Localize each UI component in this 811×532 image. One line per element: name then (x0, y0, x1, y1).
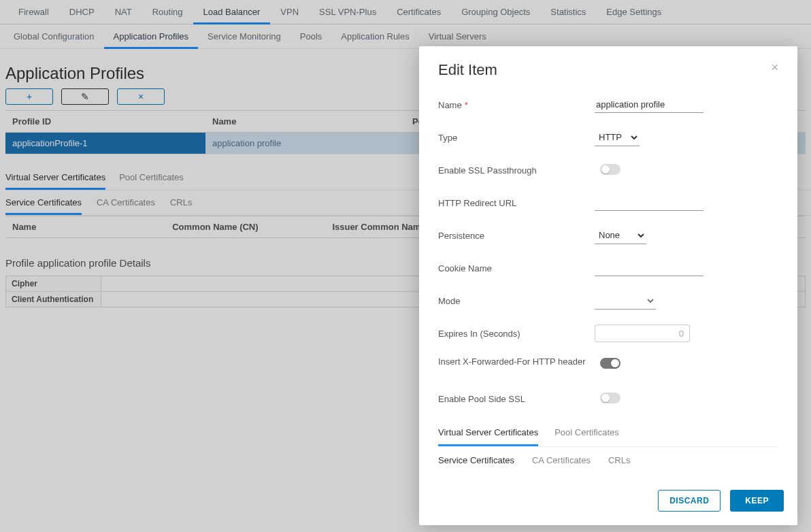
modal-cert-subtabs: Service CertificatesCA CertificatesCRLs (438, 455, 778, 465)
label-name: Name* (438, 100, 595, 110)
label-pool-ssl: Enable Pool Side SSL (438, 394, 595, 404)
modal-title: Edit Item (438, 61, 497, 79)
keep-button[interactable]: KEEP (730, 490, 784, 512)
modal-tab[interactable]: Pool Certificates (555, 427, 619, 446)
pool-ssl-toggle[interactable] (600, 393, 620, 403)
modal-subtab[interactable]: Service Certificates (438, 455, 514, 465)
edit-item-modal: Edit Item × Name* Type HTTP (419, 46, 797, 525)
label-cookie-name: Cookie Name (438, 263, 595, 273)
label-redirect-url: HTTP Redirect URL (438, 198, 595, 208)
xff-toggle[interactable] (600, 358, 620, 369)
label-expires: Expires In (Seconds) (438, 329, 595, 339)
modal-subtab[interactable]: CRLs (608, 455, 631, 465)
name-input[interactable] (595, 97, 704, 113)
close-icon[interactable]: × (771, 61, 778, 73)
persistence-select[interactable]: None (595, 227, 646, 244)
modal-cert-tabs: Virtual Server CertificatesPool Certific… (438, 427, 778, 447)
ssl-passthrough-toggle[interactable] (600, 164, 620, 175)
label-xff: Insert X-Forwarded-For HTTP header (438, 356, 595, 368)
label-ssl-passthrough: Enable SSL Passthrough (438, 165, 595, 176)
label-type: Type (438, 133, 595, 143)
modal-subtab[interactable]: CA Certificates (532, 455, 591, 465)
label-mode: Mode (438, 296, 595, 306)
type-select[interactable]: HTTP (595, 129, 640, 146)
mode-select[interactable] (595, 292, 656, 310)
redirect-url-input[interactable] (595, 195, 704, 211)
discard-button[interactable]: DISCARD (658, 490, 721, 512)
expires-input[interactable] (595, 325, 690, 342)
cookie-name-input[interactable] (595, 260, 704, 276)
modal-tab[interactable]: Virtual Server Certificates (438, 427, 538, 446)
label-persistence: Persistence (438, 231, 595, 241)
